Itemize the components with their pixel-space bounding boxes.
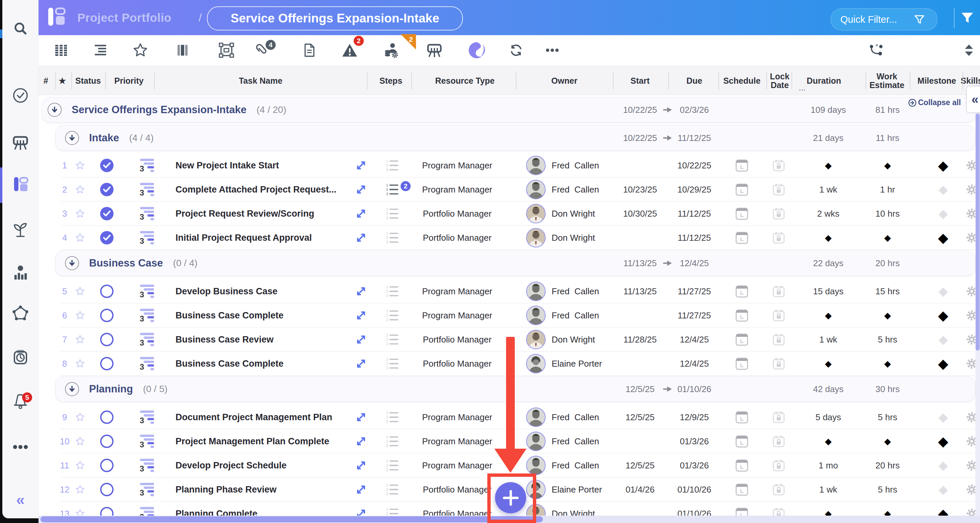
status-checkbox[interactable] xyxy=(100,429,113,453)
collapse-all-button[interactable]: Collapse all xyxy=(908,98,961,107)
vertical-scrollbar-track[interactable] xyxy=(975,84,980,523)
schedule-icon[interactable] xyxy=(735,279,749,304)
projector-screen-icon[interactable] xyxy=(12,134,29,151)
task-name[interactable]: Develop Project Schedule xyxy=(175,453,287,477)
lock-date-icon[interactable] xyxy=(772,178,785,202)
group-title[interactable]: Service Offerings Expansion-Intake xyxy=(72,104,247,116)
group-collapse-button[interactable] xyxy=(65,256,79,270)
more-ellipsis-icon[interactable] xyxy=(13,445,29,449)
due-date[interactable]: 01/10/26 xyxy=(677,477,711,502)
group-collapse-button[interactable] xyxy=(65,382,79,396)
col-resource-type[interactable]: Resource Type xyxy=(435,66,494,95)
work-estimate-value[interactable]: 1 hr xyxy=(880,178,895,202)
col-favorite[interactable]: ★ xyxy=(59,66,66,95)
task-name[interactable]: Develop Business Case xyxy=(175,279,278,304)
work-estimate-value[interactable]: ◆ xyxy=(884,226,891,250)
favorite-star-icon[interactable] xyxy=(75,279,85,304)
milestone-indicator[interactable]: ◆ xyxy=(938,153,948,178)
duration-value[interactable]: 1 wk xyxy=(819,178,837,202)
status-checkbox[interactable] xyxy=(100,453,113,477)
priority-icon[interactable]: 3 xyxy=(138,304,155,327)
critical-path-icon[interactable] xyxy=(869,42,885,58)
schedule-icon[interactable] xyxy=(735,178,749,202)
favorites-star-icon[interactable] xyxy=(132,42,148,58)
due-date[interactable]: 10/22/25 xyxy=(677,153,711,178)
task-name[interactable]: Initial Project Request Approval xyxy=(175,226,312,250)
favorite-star-icon[interactable] xyxy=(75,477,85,502)
task-name[interactable]: New Project Intake Start xyxy=(175,153,279,178)
lock-date-icon[interactable] xyxy=(772,153,785,178)
milestone-indicator[interactable]: ◆ xyxy=(939,453,948,477)
start-date[interactable]: 10/23/25 xyxy=(623,178,657,202)
milestone-indicator[interactable]: ◆ xyxy=(939,279,948,304)
favorite-star-icon[interactable] xyxy=(75,153,85,178)
priority-icon[interactable]: 3 xyxy=(138,477,155,502)
milestone-indicator[interactable]: ◆ xyxy=(939,202,948,226)
col-task-name[interactable]: Task Name xyxy=(239,66,282,95)
quick-filter-input[interactable]: Quick Filter... xyxy=(830,8,937,30)
work-estimate-value[interactable]: ◆ xyxy=(884,351,891,376)
expand-task-icon[interactable] xyxy=(356,327,366,351)
duration-value[interactable]: ◆ xyxy=(825,304,832,327)
indent-list-icon[interactable] xyxy=(93,43,108,58)
schedule-icon[interactable] xyxy=(735,453,749,477)
lock-date-icon[interactable] xyxy=(772,304,785,327)
favorite-star-icon[interactable] xyxy=(75,429,85,453)
col-schedule[interactable]: Schedule xyxy=(723,66,760,95)
expand-task-icon[interactable] xyxy=(356,304,366,327)
priority-icon[interactable]: 3 xyxy=(138,226,155,250)
milestone-indicator[interactable]: ◆ xyxy=(939,477,948,502)
expand-task-icon[interactable] xyxy=(356,279,366,304)
priority-icon[interactable]: 3 xyxy=(138,279,155,304)
add-task-fab[interactable] xyxy=(495,482,526,513)
favorite-star-icon[interactable] xyxy=(75,351,85,376)
due-date[interactable]: 11/12/25 xyxy=(678,202,711,226)
duration-value[interactable]: 15 days xyxy=(813,279,843,304)
lock-date-icon[interactable] xyxy=(772,327,785,351)
milestone-indicator[interactable]: ◆ xyxy=(939,327,948,351)
columns-bars-icon[interactable] xyxy=(175,43,190,57)
work-estimate-value[interactable]: 5 hrs xyxy=(878,477,897,502)
lock-date-icon[interactable] xyxy=(772,351,785,376)
breadcrumb-root[interactable]: Project Portfolio xyxy=(77,0,172,35)
favorite-star-icon[interactable] xyxy=(75,226,85,250)
start-date[interactable]: 01/4/26 xyxy=(626,477,655,502)
search-icon[interactable] xyxy=(13,21,28,36)
task-name[interactable]: Document Project Management Plan xyxy=(175,405,332,429)
lock-date-icon[interactable] xyxy=(772,226,785,250)
assistant-swoosh-icon[interactable] xyxy=(468,41,486,59)
start-date[interactable]: 12/5/25 xyxy=(626,405,655,429)
timer-icon[interactable] xyxy=(13,349,29,365)
col-lock-date[interactable]: Lock Date xyxy=(770,66,789,95)
schedule-icon[interactable] xyxy=(735,153,749,178)
priority-icon[interactable]: 3 xyxy=(138,429,155,453)
task-name[interactable]: Business Case Complete xyxy=(175,351,284,376)
work-estimate-value[interactable]: 20 hrs xyxy=(875,453,900,477)
task-name[interactable]: Planning Phase Review xyxy=(175,477,277,502)
task-name[interactable]: Project Request Review/Scoring xyxy=(175,202,314,226)
group-title[interactable]: Planning xyxy=(89,383,133,395)
resource-cost-icon[interactable] xyxy=(383,42,399,58)
lock-date-icon[interactable] xyxy=(772,429,785,453)
group-title[interactable]: Intake xyxy=(89,132,119,144)
due-date[interactable]: 12/4/25 xyxy=(680,327,709,351)
due-date[interactable]: 10/29/25 xyxy=(677,178,711,202)
due-date[interactable]: 12/9/25 xyxy=(680,405,709,429)
task-name[interactable]: Business Case Review xyxy=(175,327,274,351)
tasks-check-icon[interactable] xyxy=(13,87,29,103)
col-start[interactable]: Start xyxy=(631,66,650,95)
duration-value[interactable]: 5 days xyxy=(816,405,842,429)
horizontal-scrollbar-track[interactable] xyxy=(38,516,980,523)
baseline-frame-icon[interactable] xyxy=(218,42,234,58)
expand-task-icon[interactable] xyxy=(356,202,366,226)
schedule-icon[interactable] xyxy=(735,304,749,327)
status-checkbox[interactable] xyxy=(100,279,113,304)
duration-value[interactable]: ◆ xyxy=(825,429,832,453)
col-status[interactable]: Status xyxy=(75,66,101,95)
col-work-estimate[interactable]: Work Estimate xyxy=(869,66,904,95)
projector-toolbar-icon[interactable] xyxy=(426,42,442,58)
start-date[interactable]: 11/13/25 xyxy=(623,279,657,304)
col-owner[interactable]: Owner xyxy=(551,66,578,95)
expand-task-icon[interactable] xyxy=(356,178,366,202)
status-checkbox[interactable] xyxy=(100,178,113,202)
